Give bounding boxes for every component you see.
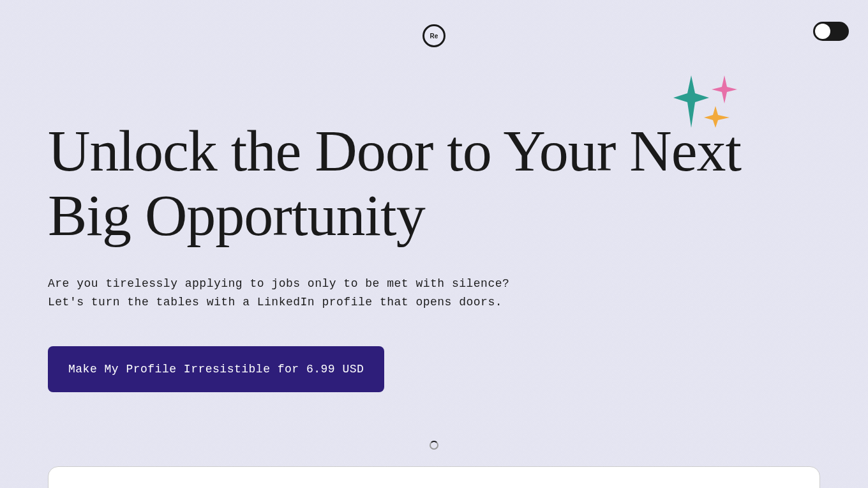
logo-circle: Re bbox=[423, 24, 445, 47]
theme-toggle[interactable] bbox=[813, 22, 849, 41]
page-subhead: Are you tirelessly applying to jobs only… bbox=[48, 275, 820, 312]
logo[interactable]: Re bbox=[423, 24, 445, 47]
subhead-line-1: Are you tirelessly applying to jobs only… bbox=[48, 275, 820, 293]
loading-spinner-icon bbox=[430, 441, 438, 450]
subhead-line-2: Let's turn the tables with a LinkedIn pr… bbox=[48, 293, 820, 312]
bottom-card bbox=[48, 466, 820, 488]
cta-button[interactable]: Make My Profile Irresistible for 6.99 US… bbox=[48, 346, 384, 392]
toggle-knob bbox=[815, 24, 830, 39]
logo-text: Re bbox=[430, 33, 438, 40]
hero-section: Unlock the Door to Your Next Big Opportu… bbox=[48, 119, 820, 392]
page-headline: Unlock the Door to Your Next Big Opportu… bbox=[48, 119, 820, 248]
theme-toggle-container bbox=[813, 22, 849, 41]
bottom-section bbox=[48, 441, 820, 488]
